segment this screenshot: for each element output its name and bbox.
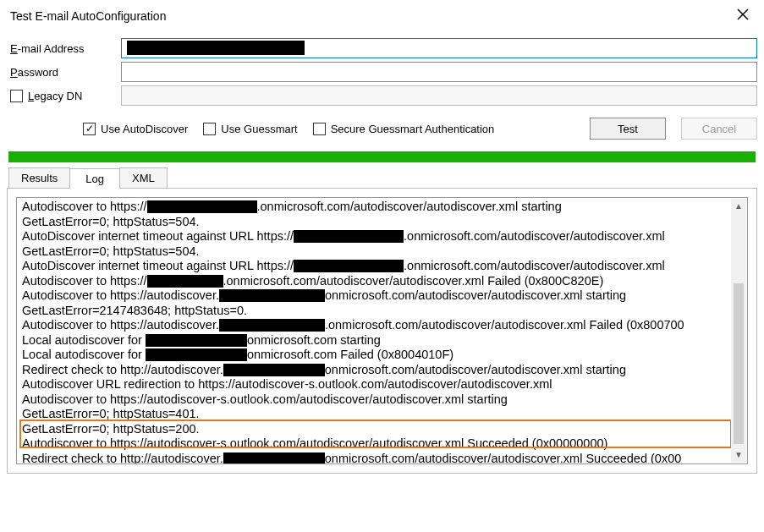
log-line: GetLastError=0; httpStatus=504. [22,244,742,260]
options-row: Use AutoDiscover Use Guessmart Secure Gu… [7,109,757,148]
scroll-down-icon[interactable]: ▼ [731,447,746,463]
scroll-up-icon[interactable]: ▲ [731,199,746,214]
legacy-row: Legacy DN [7,85,757,106]
test-button[interactable]: Test [590,118,666,140]
email-input[interactable] [121,38,757,58]
log-line: GetLastError=0; httpStatus=504. [22,215,742,230]
legacy-input[interactable] [121,85,757,106]
log-line: Local autodiscover for onmicrosoft.com F… [22,348,742,363]
secure-guessmart-option[interactable]: Secure Guessmart Authentication [313,123,495,135]
log-line: Local autodiscover for onmicrosoft.com s… [22,333,742,348]
log-line: Autodiscover to https:// .onmicrosoft.co… [22,200,742,215]
log-line: Autodiscover to https://autodiscover. .o… [22,318,742,333]
autoconfig-dialog: Test E-mail AutoConfiguration E-mail Add… [0,0,764,480]
log-line: Redirect check to http://autodiscover. o… [22,452,742,465]
title-bar: Test E-mail AutoConfiguration [7,3,757,35]
tab-panel: Autodiscover to https:// .onmicrosoft.co… [7,188,757,474]
log-line: GetLastError=2147483648; httpStatus=0. [22,304,742,319]
email-row: E-mail Address [7,38,757,58]
redacted-segment [219,289,325,302]
autodiscover-option[interactable]: Use AutoDiscover [83,123,188,135]
log-line: Autodiscover to https:// .onmicrosoft.co… [22,274,742,289]
log-line: Autodiscover to https://autodiscover. on… [22,288,742,304]
redacted-segment [219,319,325,332]
autodiscover-checkbox[interactable] [83,123,96,135]
progress-bar [8,151,756,162]
password-input[interactable] [121,62,757,82]
password-row: Password [7,62,757,82]
tab-results[interactable]: Results [8,167,70,188]
log-line: GetLastError=0; httpStatus=200. [22,422,742,437]
log-line: Redirect check to http://autodiscover. o… [22,363,742,378]
tab-xml[interactable]: XML [119,167,168,188]
redacted-segment [294,230,404,243]
redacted-segment [146,334,247,347]
log-textarea[interactable]: Autodiscover to https:// .onmicrosoft.co… [16,197,748,464]
log-line: AutoDiscover internet timeout against UR… [22,259,742,274]
dialog-title: Test E-mail AutoConfiguration [10,9,166,23]
redacted-segment [223,452,325,465]
guessmart-option[interactable]: Use Guessmart [203,123,297,135]
password-label: Password [7,66,121,79]
tab-strip: Results Log XML [8,167,757,188]
redacted-segment [146,348,247,361]
legacy-label: Legacy DN [7,90,121,102]
email-label: E-mail Address [7,42,121,55]
redacted-segment [147,200,257,213]
redacted-email [127,41,305,55]
redacted-segment [223,364,325,376]
secure-guessmart-checkbox[interactable] [313,123,326,135]
vertical-scrollbar[interactable]: ▲ ▼ [731,199,746,463]
close-icon[interactable] [728,5,757,26]
log-line: AutoDiscover internet timeout against UR… [22,229,742,244]
redacted-segment [147,275,223,288]
redacted-segment [294,260,404,272]
log-line: Autodiscover URL redirection to https://… [22,377,742,392]
cancel-button[interactable]: Cancel [681,118,757,140]
guessmart-checkbox[interactable] [203,123,216,135]
log-line: Autodiscover to https://autodiscover-s.o… [22,392,742,408]
tab-log[interactable]: Log [69,168,120,189]
log-line: GetLastError=0; httpStatus=401. [22,407,742,422]
log-line: Autodiscover to https://autodiscover-s.o… [22,436,742,452]
legacy-checkbox[interactable] [10,90,23,102]
scroll-thumb[interactable] [734,283,744,444]
